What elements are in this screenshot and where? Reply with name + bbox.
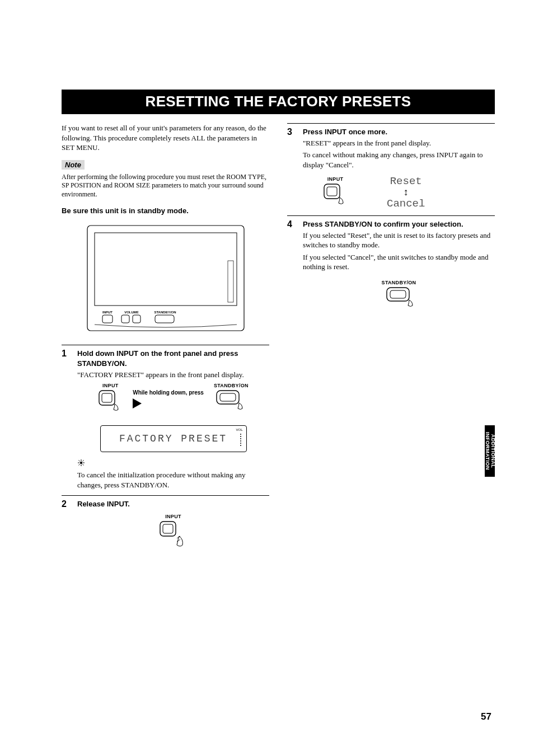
step-4: 4 Press STANDBY/ON to confirm your selec… [287,215,495,312]
step-4-number: 4 [287,219,295,312]
panel-input-label: INPUT [102,311,113,314]
step-1: 1 Hold down INPUT on the front panel and… [62,345,269,490]
lcd-text: FACTORY PRESET [119,433,227,444]
svg-line-17 [83,461,84,462]
step-2-number: 2 [62,499,69,552]
intro-paragraph: If you want to reset all of your unit's … [62,123,269,153]
step-1-tip: To cancel the initialization procedure w… [77,470,269,490]
svg-rect-21 [163,524,173,533]
svg-rect-5 [133,315,140,323]
svg-line-18 [79,464,80,466]
step-2-input-label: INPUT [77,514,269,519]
panel-standby-label: STANDBY/ON [154,311,176,314]
step-3-input-label: INPUT [323,176,348,182]
page-number: 57 [481,711,491,722]
step-3-text-2: To cancel without making any changes, pr… [303,150,495,170]
lcd-display: FACTORY PRESET VOL [100,425,247,452]
standby-button-icon [216,388,247,413]
right-arrow-icon [133,398,142,408]
panel-volume-label: VOLUME [124,311,139,314]
side-tab: ADDITIONAL INFORMATION [485,425,495,477]
step-1-hold-label: While holding down, press [133,389,204,396]
step-4-standby-label: STANDBY/ON [303,280,495,285]
lcd-vol-label: VOL [236,428,242,431]
step-2-heading: Release INPUT. [77,499,269,509]
step-3-number: 3 [287,127,295,210]
step-1-text: "FACTORY PRESET" appears in the front pa… [77,370,269,380]
svg-rect-4 [121,315,129,323]
input-button-icon [323,182,348,206]
cancel-label: Cancel [387,198,425,210]
svg-rect-1 [95,233,237,306]
step-1-heading: Hold down INPUT on the front panel and p… [77,349,269,368]
reset-label: Reset [390,175,422,187]
step-4-text-1: If you selected "Reset", the unit is res… [303,231,495,250]
step-1-input-label: INPUT [98,383,123,388]
svg-rect-25 [390,290,406,298]
step-2: 2 Release INPUT. INPUT [62,495,269,552]
tip-icon [77,459,269,469]
svg-rect-10 [220,393,236,401]
svg-rect-6 [155,315,174,323]
release-input-icon [158,519,189,550]
lcd-vol-meter [240,434,241,448]
svg-line-16 [83,464,84,466]
svg-rect-23 [327,187,337,196]
note-text: After performing the following procedure… [62,173,269,199]
step-1-standby-label: STANDBY/ON [214,383,249,388]
front-panel-illustration: INPUT VOLUME STANDBY/ON [87,225,245,331]
side-tab-line2: INFORMATION [485,432,490,470]
page-title: RESETTING THE FACTORY PRESETS [62,90,495,114]
svg-rect-8 [102,393,112,402]
input-button-icon [98,388,123,413]
step-4-heading: Press STANDBY/ON to confirm your selecti… [303,219,495,229]
svg-line-15 [79,461,80,462]
up-down-arrow-icon: ↕ [403,187,409,198]
note-label: Note [62,160,85,170]
step-3-heading: Press INPUT once more. [303,127,495,137]
standby-warning: Be sure this unit is in standby mode. [62,206,269,215]
side-tab-line1: ADDITIONAL [490,434,496,468]
step-4-text-2: If you selected "Cancel", the unit switc… [303,252,495,272]
standby-button-icon [383,285,415,310]
svg-point-19 [80,462,82,464]
step-1-number: 1 [62,349,69,452]
step-3-text-1: "RESET" appears in the front panel displ… [303,138,495,148]
step-3: 3 Press INPUT once more. "RESET" appears… [287,123,495,210]
svg-rect-3 [102,315,113,323]
